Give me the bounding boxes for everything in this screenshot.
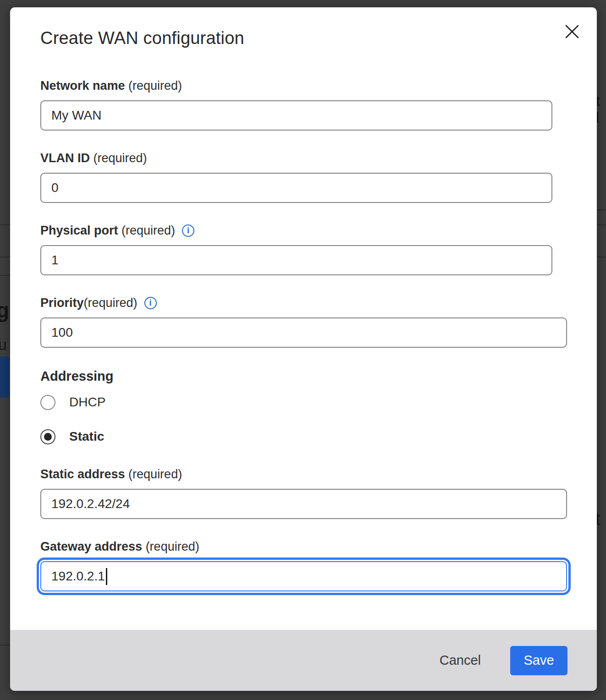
static-address-input[interactable]: 192.0.2.42/24 bbox=[40, 489, 567, 519]
required-marker: (required) bbox=[125, 78, 182, 93]
background-table-line bbox=[597, 257, 606, 257]
background-table-line bbox=[0, 257, 10, 257]
input-value: 192.0.2.1 bbox=[51, 569, 105, 584]
addressing-heading: Addressing bbox=[40, 368, 567, 384]
radio-button-selected-icon[interactable] bbox=[40, 429, 55, 444]
radio-label: Static bbox=[69, 429, 104, 444]
gateway-address-group: Gateway address (required) 192.0.2.1 bbox=[40, 539, 567, 591]
network-name-input[interactable]: My WAN bbox=[40, 100, 552, 131]
input-value: 0 bbox=[51, 180, 59, 195]
field-label-text: Priority bbox=[40, 295, 84, 311]
addressing-option-static[interactable]: Static bbox=[40, 429, 567, 444]
required-marker: (required) bbox=[125, 466, 182, 482]
vlan-id-label: VLAN ID (required) bbox=[40, 150, 567, 166]
background-text-fragment: t l bbox=[596, 93, 606, 126]
info-icon[interactable]: i bbox=[182, 224, 194, 237]
modal-footer: Cancel Save bbox=[10, 630, 597, 691]
physical-port-input[interactable]: 1 bbox=[40, 245, 552, 275]
input-value: 192.0.2.42/24 bbox=[51, 497, 130, 511]
required-marker: (required) bbox=[90, 150, 147, 166]
physical-port-group: Physical port (required) i 1 bbox=[40, 223, 567, 275]
save-button[interactable]: Save bbox=[510, 646, 567, 675]
input-value: 1 bbox=[51, 253, 59, 268]
background-table-line bbox=[0, 224, 10, 225]
background-table-line bbox=[0, 645, 10, 645]
priority-label: Priority(required) i bbox=[40, 295, 567, 311]
background-table-line bbox=[597, 224, 606, 225]
input-value: 100 bbox=[51, 325, 73, 340]
vlan-id-input[interactable]: 0 bbox=[40, 173, 552, 203]
static-address-group: Static address (required) 192.0.2.42/24 bbox=[40, 466, 567, 519]
field-label-text: VLAN ID bbox=[40, 150, 90, 166]
field-label-text: Network name bbox=[40, 78, 125, 93]
gateway-address-input[interactable]: 192.0.2.1 bbox=[40, 561, 567, 591]
field-label-text: Static address bbox=[40, 466, 125, 482]
info-icon[interactable]: i bbox=[144, 297, 157, 309]
required-marker: (required) bbox=[84, 295, 138, 311]
radio-button-icon[interactable] bbox=[40, 395, 55, 410]
vlan-id-group: VLAN ID (required) 0 bbox=[40, 150, 567, 203]
background-table-line bbox=[0, 275, 10, 276]
modal-title: Create WAN configuration bbox=[40, 27, 567, 49]
field-label-text: Physical port bbox=[40, 223, 118, 238]
addressing-option-dhcp[interactable]: DHCP bbox=[40, 394, 567, 410]
network-name-label: Network name (required) bbox=[40, 78, 567, 93]
field-label-text: Gateway address bbox=[40, 539, 142, 554]
input-value: My WAN bbox=[51, 108, 101, 123]
physical-port-label: Physical port (required) i bbox=[40, 223, 567, 238]
gateway-address-label: Gateway address (required) bbox=[40, 539, 567, 554]
text-caret bbox=[106, 568, 107, 585]
radio-dot bbox=[44, 433, 52, 441]
cancel-button[interactable]: Cancel bbox=[431, 648, 489, 673]
background-blue-button-fragment bbox=[0, 356, 9, 398]
radio-label: DHCP bbox=[69, 395, 105, 410]
priority-input[interactable]: 100 bbox=[40, 317, 567, 348]
priority-group: Priority(required) i 100 bbox=[40, 295, 567, 348]
background-text-fragment: u bbox=[0, 336, 7, 354]
static-address-label: Static address (required) bbox=[40, 466, 567, 482]
required-marker: (required) bbox=[118, 223, 176, 238]
network-name-group: Network name (required) My WAN bbox=[40, 78, 567, 131]
create-wan-configuration-modal: Create WAN configuration Network name (r… bbox=[10, 7, 597, 691]
required-marker: (required) bbox=[142, 539, 199, 554]
background-table-line bbox=[597, 209, 606, 210]
